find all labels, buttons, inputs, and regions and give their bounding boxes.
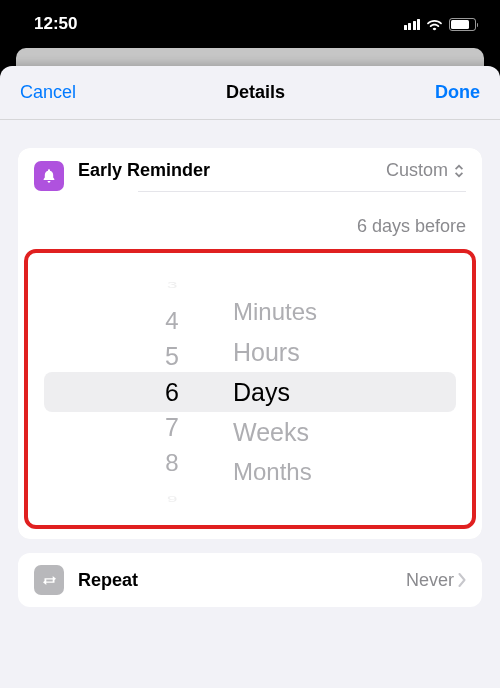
highlight-annotation: 3 4 5 6 7 8 9 Minutes Hours Days Weeks M…: [24, 249, 476, 529]
picker-unit-option[interactable]: Minutes: [233, 292, 317, 332]
early-reminder-row: Early Reminder Custom: [18, 148, 482, 204]
status-time: 12:50: [34, 14, 77, 34]
picker-unit-option[interactable]: Weeks: [233, 412, 309, 452]
repeat-row[interactable]: Repeat Never: [18, 553, 482, 607]
repeat-value: Never: [406, 570, 454, 591]
status-bar: 12:50: [0, 0, 500, 48]
row-separator: [138, 191, 466, 192]
done-button[interactable]: Done: [435, 82, 480, 103]
picker-unit-option[interactable]: Months: [233, 452, 312, 492]
content-area: Early Reminder Custom 6 days before: [0, 120, 500, 607]
chevron-right-icon: [458, 573, 466, 587]
picker-number-option[interactable]: 8: [165, 446, 178, 482]
battery-icon: [449, 18, 476, 31]
early-reminder-summary: 6 days before: [18, 204, 482, 249]
page-title: Details: [226, 82, 285, 103]
picker-number-option[interactable]: 5: [165, 338, 179, 374]
picker-number-option[interactable]: 4: [165, 303, 178, 339]
early-reminder-mode-value: Custom: [386, 160, 448, 181]
picker-unit-option[interactable]: Hours: [233, 332, 300, 372]
cancel-button[interactable]: Cancel: [20, 82, 76, 103]
picker-unit-selected[interactable]: Days: [233, 372, 290, 412]
early-reminder-card: Early Reminder Custom 6 days before: [18, 148, 482, 539]
nav-bar: Cancel Details Done: [0, 66, 500, 120]
details-sheet: Cancel Details Done Early Reminder Custo…: [0, 66, 500, 688]
picker-number-option[interactable]: 7: [165, 410, 179, 446]
sheet-stack-hint: [0, 48, 500, 56]
cellular-icon: [404, 18, 421, 30]
bell-icon: [34, 161, 64, 191]
picker-number-option[interactable]: 9: [167, 491, 177, 507]
early-reminder-mode-selector[interactable]: Custom: [386, 160, 466, 181]
status-icons: [404, 18, 477, 31]
wifi-icon: [426, 18, 443, 31]
picker-number-wheel[interactable]: 3 4 5 6 7 8 9: [147, 267, 197, 517]
picker-unit-wheel[interactable]: Minutes Hours Days Weeks Months: [233, 267, 353, 517]
time-picker[interactable]: 3 4 5 6 7 8 9 Minutes Hours Days Weeks M…: [36, 267, 464, 517]
picker-number-selected[interactable]: 6: [165, 374, 179, 410]
early-reminder-label: Early Reminder: [78, 160, 210, 181]
picker-number-option[interactable]: 3: [167, 277, 177, 293]
repeat-value-area: Never: [406, 570, 466, 591]
repeat-icon: [34, 565, 64, 595]
repeat-label: Repeat: [78, 570, 392, 591]
chevron-up-down-icon: [452, 163, 466, 179]
